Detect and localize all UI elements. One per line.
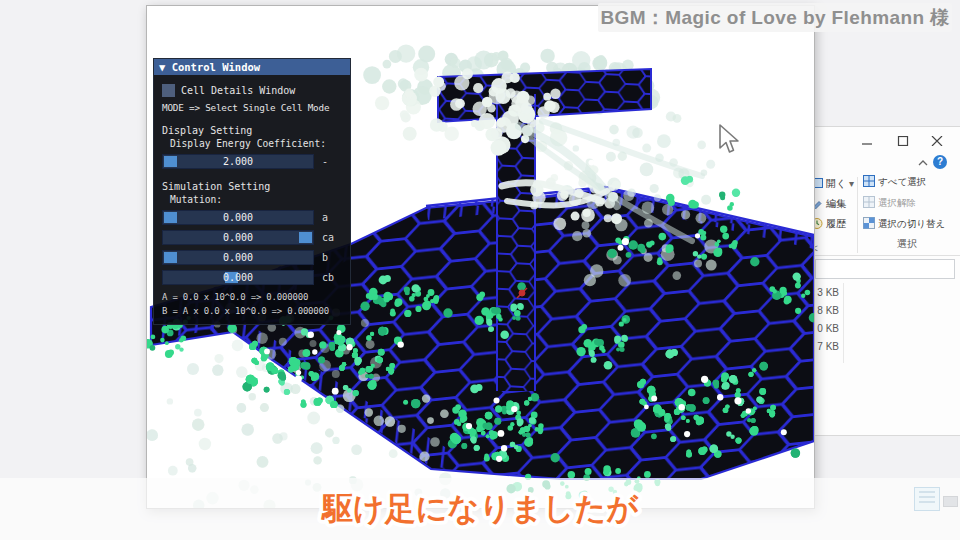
screen: ? 開く ▾ 編集 履歴 すべて選択 選択解除 選択の切り替え 選択 < 3 K… [0, 0, 960, 540]
subtitle-band: 駆け足になりましたが [0, 478, 960, 540]
open-caret-icon: ▾ [849, 178, 854, 189]
tray-tag-icon [943, 496, 958, 507]
minimize-button[interactable] [855, 132, 879, 150]
energy-coefficient-slider[interactable]: 2.000 [162, 154, 314, 169]
address-bar[interactable] [815, 259, 955, 279]
bgm-credit-label: BGM：Magic of Love by Flehmann 様 [598, 3, 952, 32]
ribbon-item-edit[interactable]: 編集 [811, 197, 846, 213]
collapse-triangle-icon[interactable]: ▼ [159, 61, 165, 73]
explorer-window: ? 開く ▾ 編集 履歴 すべて選択 選択解除 選択の切り替え 選択 < 3 K… [806, 126, 960, 436]
formula-a: A = 0.0 x 10^0.0 => 0.000000 [162, 292, 342, 302]
control-window-panel: ▼ Control Window Cell Details Window MOD… [153, 58, 351, 325]
tray-window-icon[interactable] [914, 487, 940, 511]
energy-suffix: - [322, 156, 328, 167]
mutation-slider-ca[interactable]: 0.000 [162, 230, 314, 245]
ribbon-item-select-all[interactable]: すべて選択 [863, 175, 926, 191]
chevron-up-icon [919, 161, 927, 165]
close-button[interactable] [925, 132, 949, 150]
ribbon-item-open[interactable]: 開く ▾ [811, 177, 854, 193]
subtitle-svg: 駆け足になりましたが [0, 478, 960, 540]
display-setting-heading: Display Setting [162, 125, 342, 136]
ribbon-bottom-border [807, 255, 960, 256]
mutation-slider-a[interactable]: 0.000 [162, 210, 314, 225]
mutation-label: Mutation: [170, 194, 342, 205]
maximize-button[interactable] [891, 132, 915, 150]
ribbon-group-label: 選択 [859, 237, 955, 251]
control-window-title: Control Window [172, 61, 261, 73]
subtitle-text: 駆け足になりましたが [321, 490, 639, 526]
maximize-icon [899, 137, 908, 146]
ribbon-item-deselect[interactable]: 選択解除 [863, 196, 916, 212]
cell-details-checkbox[interactable] [162, 84, 175, 97]
mouse-cursor-icon [717, 123, 741, 157]
simulation-setting-heading: Simulation Setting [162, 181, 342, 192]
invert-selection-icon [863, 217, 875, 233]
mode-line: MODE => Select Single Cell Mode [162, 102, 342, 113]
select-all-icon [863, 175, 875, 191]
mutation-slider-cb[interactable]: 0.000 [162, 270, 314, 285]
cell-details-label: Cell Details Window [181, 85, 295, 96]
mutation-slider-b[interactable]: 0.000 [162, 250, 314, 265]
control-window-titlebar[interactable]: ▼ Control Window [154, 59, 350, 75]
formula-b: B = A x 0.0 x 10^0.0 => 0.000000 [162, 306, 342, 316]
ribbon-collapse-button[interactable] [917, 158, 929, 168]
simulation-window: ▼ Control Window Cell Details Window MOD… [146, 5, 815, 509]
close-icon [932, 136, 942, 146]
deselect-icon [863, 196, 875, 212]
ribbon-separator [857, 177, 858, 253]
help-button[interactable]: ? [933, 155, 947, 169]
ribbon-item-history[interactable]: 履歴 [811, 217, 846, 233]
energy-coefficient-label: Display Energy Coefficient: [170, 138, 342, 149]
ribbon-item-invert-selection[interactable]: 選択の切り替え [863, 217, 945, 233]
file-list-column-divider [843, 283, 844, 363]
